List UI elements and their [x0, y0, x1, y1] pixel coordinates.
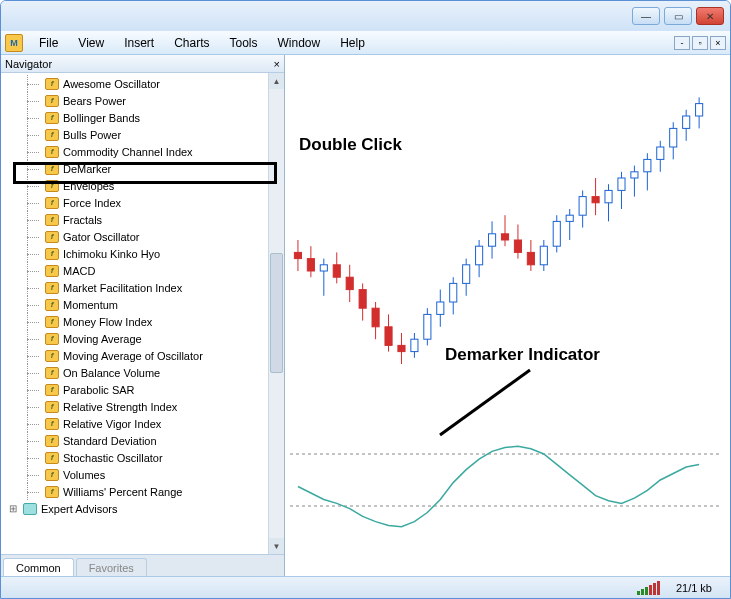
svg-rect-35: [514, 240, 521, 252]
indicator-label: Bears Power: [63, 95, 126, 107]
svg-rect-33: [501, 234, 508, 240]
indicator-item[interactable]: fMoney Flow Index: [1, 313, 284, 330]
annotation-arrow: [435, 365, 555, 445]
function-icon: f: [45, 469, 59, 481]
svg-rect-21: [424, 314, 431, 339]
indicator-item[interactable]: fStochastic Oscillator: [1, 449, 284, 466]
mdi-close-button[interactable]: ×: [710, 36, 726, 50]
scroll-up-icon[interactable]: ▲: [269, 73, 284, 89]
indicator-item[interactable]: fMarket Facilitation Index: [1, 279, 284, 296]
indicator-item[interactable]: fGator Oscillator: [1, 228, 284, 245]
svg-rect-41: [553, 221, 560, 246]
svg-rect-47: [592, 197, 599, 203]
svg-rect-39: [540, 246, 547, 265]
function-icon: f: [45, 95, 59, 107]
svg-rect-19: [411, 339, 418, 351]
window-close-button[interactable]: ✕: [696, 7, 724, 25]
svg-rect-27: [463, 265, 470, 284]
window-maximize-button[interactable]: ▭: [664, 7, 692, 25]
svg-rect-53: [631, 172, 638, 178]
function-icon: f: [45, 418, 59, 430]
indicator-item[interactable]: fMomentum: [1, 296, 284, 313]
menu-view[interactable]: View: [68, 33, 114, 53]
indicator-item[interactable]: fMACD: [1, 262, 284, 279]
indicator-item[interactable]: fForce Index: [1, 194, 284, 211]
menu-tools[interactable]: Tools: [220, 33, 268, 53]
svg-rect-43: [566, 215, 573, 221]
scroll-down-icon[interactable]: ▼: [269, 538, 284, 554]
svg-rect-37: [527, 252, 534, 264]
menu-insert[interactable]: Insert: [114, 33, 164, 53]
navigator-panel: Navigator × fAwesome OscillatorfBears Po…: [1, 55, 285, 576]
indicator-label: Bollinger Bands: [63, 112, 140, 124]
menu-window[interactable]: Window: [268, 33, 331, 53]
indicator-item[interactable]: fBollinger Bands: [1, 109, 284, 126]
tab-favorites[interactable]: Favorites: [76, 558, 147, 576]
indicator-item[interactable]: fAwesome Oscillator: [1, 75, 284, 92]
indicator-label: Volumes: [63, 469, 105, 481]
function-icon: f: [45, 163, 59, 175]
menu-file[interactable]: File: [29, 33, 68, 53]
indicator-item[interactable]: fCommodity Channel Index: [1, 143, 284, 160]
indicator-label: Bulls Power: [63, 129, 121, 141]
indicator-item[interactable]: fParabolic SAR: [1, 381, 284, 398]
mdi-minimize-button[interactable]: -: [674, 36, 690, 50]
navigator-title: Navigator: [5, 58, 52, 70]
function-icon: f: [45, 197, 59, 209]
svg-rect-25: [450, 283, 457, 302]
svg-rect-57: [657, 147, 664, 159]
svg-rect-51: [618, 178, 625, 190]
indicator-item[interactable]: fRelative Vigor Index: [1, 415, 284, 432]
tree-node-expert-advisors[interactable]: Expert Advisors: [1, 500, 284, 517]
indicator-label: On Balance Volume: [63, 367, 160, 379]
tab-common[interactable]: Common: [3, 558, 74, 576]
svg-rect-13: [372, 308, 379, 327]
menu-help[interactable]: Help: [330, 33, 375, 53]
indicator-label: Market Facilitation Index: [63, 282, 182, 294]
function-icon: f: [45, 265, 59, 277]
function-icon: f: [45, 435, 59, 447]
indicator-label: DeMarker: [63, 163, 111, 175]
menubar: M File View Insert Charts Tools Window H…: [1, 31, 730, 55]
svg-line-66: [440, 370, 530, 435]
function-icon: f: [45, 486, 59, 498]
indicator-label: Relative Vigor Index: [63, 418, 161, 430]
indicator-item[interactable]: fBulls Power: [1, 126, 284, 143]
indicator-label: Fractals: [63, 214, 102, 226]
indicator-item[interactable]: fOn Balance Volume: [1, 364, 284, 381]
window-frame: — ▭ ✕ M File View Insert Charts Tools Wi…: [0, 0, 731, 599]
indicator-label: Relative Strength Index: [63, 401, 177, 413]
app-icon: M: [5, 34, 23, 52]
indicator-item[interactable]: fIchimoku Kinko Hyo: [1, 245, 284, 262]
connection-bars-icon: [637, 581, 660, 595]
svg-rect-15: [385, 327, 392, 346]
function-icon: f: [45, 146, 59, 158]
menu-charts[interactable]: Charts: [164, 33, 219, 53]
function-icon: f: [45, 231, 59, 243]
indicator-item[interactable]: fMoving Average of Oscillator: [1, 347, 284, 364]
navigator-close-icon[interactable]: ×: [274, 58, 280, 70]
indicator-item[interactable]: fStandard Deviation: [1, 432, 284, 449]
function-icon: f: [45, 129, 59, 141]
indicator-item[interactable]: fEnvelopes: [1, 177, 284, 194]
svg-rect-3: [307, 259, 314, 271]
function-icon: f: [45, 299, 59, 311]
indicator-item[interactable]: fVolumes: [1, 466, 284, 483]
svg-rect-29: [476, 246, 483, 265]
function-icon: f: [45, 333, 59, 345]
indicator-item[interactable]: fWilliams' Percent Range: [1, 483, 284, 500]
chart-area[interactable]: Double Click Demarker Indicator: [285, 55, 730, 576]
window-minimize-button[interactable]: —: [632, 7, 660, 25]
mdi-restore-button[interactable]: ▫: [692, 36, 708, 50]
indicator-item[interactable]: fDeMarker: [1, 160, 284, 177]
indicator-item[interactable]: fRelative Strength Index: [1, 398, 284, 415]
indicator-label: MACD: [63, 265, 95, 277]
indicator-item[interactable]: fBears Power: [1, 92, 284, 109]
indicator-label: Williams' Percent Range: [63, 486, 182, 498]
navigator-scrollbar[interactable]: ▲ ▼: [268, 73, 284, 554]
scroll-thumb[interactable]: [270, 253, 283, 373]
function-icon: f: [45, 367, 59, 379]
indicator-item[interactable]: fMoving Average: [1, 330, 284, 347]
function-icon: f: [45, 350, 59, 362]
indicator-item[interactable]: fFractals: [1, 211, 284, 228]
